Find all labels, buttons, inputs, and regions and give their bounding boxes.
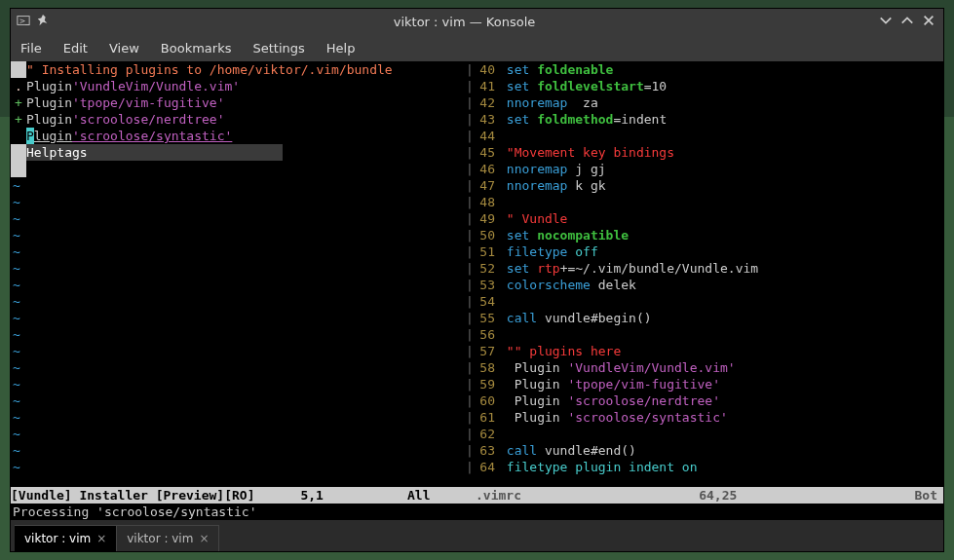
line-number: 52: [474, 260, 499, 277]
line-number: 56: [474, 326, 499, 343]
line-number: 48: [474, 194, 499, 210]
vertical-separator: |: [466, 111, 474, 128]
plugin-value: 'scroolose/syntastic': [72, 128, 232, 144]
close-tab-icon[interactable]: ×: [96, 532, 106, 545]
code-line[interactable]: [499, 128, 943, 144]
line-number: 55: [474, 310, 499, 326]
line-number: 43: [474, 111, 499, 128]
terminal-area[interactable]: " Installing plugins to /home/viktor/.vi…: [11, 61, 943, 520]
vertical-separator: |: [466, 194, 474, 210]
code-line[interactable]: "" plugins here: [499, 343, 943, 359]
code-line[interactable]: set foldenable: [499, 61, 943, 78]
line-number: 62: [474, 426, 499, 442]
vertical-separator: |: [466, 243, 474, 260]
tilde-line: ~: [11, 194, 20, 210]
code-line[interactable]: set foldlevelstart=10: [499, 78, 943, 94]
line-number: 58: [474, 359, 499, 376]
close-icon[interactable]: [922, 14, 935, 30]
vim-right-pane[interactable]: |40 set foldenable|41 set foldlevelstart…: [466, 61, 943, 487]
status-right-pos: 64,25: [699, 487, 737, 504]
vertical-separator: |: [466, 78, 474, 94]
code-line[interactable]: [499, 293, 943, 310]
menu-settings[interactable]: Settings: [252, 41, 304, 56]
line-number: 50: [474, 227, 499, 243]
menu-bookmarks[interactable]: Bookmarks: [161, 41, 232, 56]
vertical-separator: |: [466, 128, 474, 144]
line-number: 47: [474, 177, 499, 194]
pin-icon[interactable]: [36, 14, 50, 30]
line-number: 53: [474, 277, 499, 293]
code-line[interactable]: set rtp+=~/.vim/bundle/Vundle.vim: [499, 260, 943, 277]
line-number: 59: [474, 376, 499, 392]
code-line[interactable]: Plugin 'VundleVim/Vundle.vim': [499, 359, 943, 376]
line-number: 64: [474, 459, 499, 475]
vertical-separator: |: [466, 409, 474, 426]
helptags-line: Helptags: [26, 144, 283, 161]
vertical-separator: |: [466, 442, 474, 459]
menubar: File Edit View Bookmarks Settings Help: [11, 34, 943, 61]
vertical-separator: |: [466, 177, 474, 194]
titlebar[interactable]: >_ viktor : vim — Konsole: [11, 9, 943, 34]
line-number: 57: [474, 343, 499, 359]
code-line[interactable]: Plugin 'scroolose/nerdtree': [499, 392, 943, 409]
code-line[interactable]: [499, 326, 943, 343]
tilde-line: ~: [11, 227, 20, 243]
line-number: 49: [474, 210, 499, 227]
code-line[interactable]: nnoremap j gj: [499, 161, 943, 177]
code-line[interactable]: call vundle#begin(): [499, 310, 943, 326]
code-line[interactable]: [499, 194, 943, 210]
vertical-separator: |: [466, 359, 474, 376]
code-line[interactable]: set nocompatible: [499, 227, 943, 243]
tilde-line: ~: [11, 409, 20, 426]
window-title: viktor : vim — Konsole: [50, 15, 879, 29]
code-line[interactable]: "Movement key bindings: [499, 144, 943, 161]
vertical-separator: |: [466, 326, 474, 343]
line-number: 44: [474, 128, 499, 144]
code-line[interactable]: nnoremap za: [499, 94, 943, 111]
sign-column: [11, 144, 26, 161]
code-line[interactable]: Plugin 'scroolose/syntastic': [499, 409, 943, 426]
sign->: [11, 128, 26, 144]
menu-view[interactable]: View: [109, 41, 139, 56]
left-header: " Installing plugins to /home/viktor/.vi…: [26, 61, 393, 78]
tilde-line: ~: [11, 243, 20, 260]
vertical-separator: |: [466, 94, 474, 111]
tilde-line: ~: [11, 310, 20, 326]
code-line[interactable]: " Vundle: [499, 210, 943, 227]
vertical-separator: |: [466, 227, 474, 243]
menu-file[interactable]: File: [20, 41, 42, 56]
code-line[interactable]: Plugin 'tpope/vim-fugitive': [499, 376, 943, 392]
code-line[interactable]: colorscheme delek: [499, 277, 943, 293]
tilde-line: ~: [11, 392, 20, 409]
vertical-separator: |: [466, 343, 474, 359]
line-number: 54: [474, 293, 499, 310]
menu-help[interactable]: Help: [326, 41, 356, 56]
line-number: 42: [474, 94, 499, 111]
line-number: 61: [474, 409, 499, 426]
vertical-separator: |: [466, 144, 474, 161]
konsole-tab[interactable]: viktor : vim×: [15, 525, 117, 551]
code-line[interactable]: filetype off: [499, 243, 943, 260]
code-line[interactable]: set foldmethod=indent: [499, 111, 943, 128]
tilde-line: ~: [11, 326, 20, 343]
konsole-tabbar: viktor : vim×viktor : vim×: [11, 520, 943, 551]
vertical-separator: |: [466, 210, 474, 227]
minimize-icon[interactable]: [879, 14, 893, 30]
close-tab-icon[interactable]: ×: [199, 532, 209, 545]
maximize-icon[interactable]: [900, 14, 914, 30]
tilde-line: ~: [11, 442, 20, 459]
konsole-window: >_ viktor : vim — Konsole File Edit View…: [10, 8, 944, 552]
code-line[interactable]: call vundle#end(): [499, 442, 943, 459]
sign-+: +: [11, 111, 26, 128]
code-line[interactable]: filetype plugin indent on: [499, 459, 943, 475]
app-icon: >_: [17, 14, 30, 30]
status-right-pct: Bot: [915, 487, 937, 504]
menu-edit[interactable]: Edit: [63, 41, 88, 56]
vim-message-line: Processing 'scroolose/syntastic': [11, 504, 943, 520]
code-line[interactable]: nnoremap k gk: [499, 177, 943, 194]
konsole-tab[interactable]: viktor : vim×: [117, 525, 219, 551]
line-number: 40: [474, 61, 499, 78]
vim-left-pane[interactable]: " Installing plugins to /home/viktor/.vi…: [11, 61, 466, 487]
code-line[interactable]: [499, 426, 943, 442]
vertical-separator: |: [466, 426, 474, 442]
